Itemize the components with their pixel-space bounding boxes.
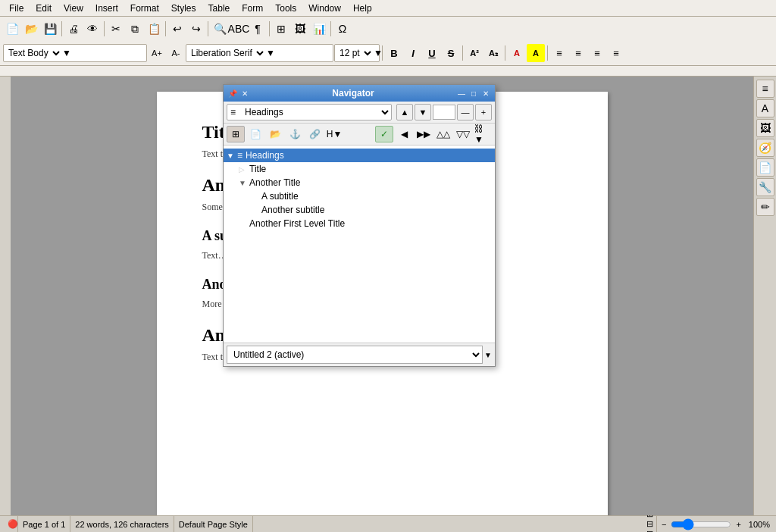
size-dropdown[interactable]: 12 pt ▼ xyxy=(334,44,380,62)
navigator-minimize-btn[interactable]: — xyxy=(455,87,468,99)
nav-icon-down2-btn[interactable]: ▽▽ xyxy=(454,126,472,142)
nav-tree-item-another-subtitle[interactable]: Another subtitle xyxy=(224,203,495,217)
nav-icon-link-btn[interactable]: 🔗 xyxy=(305,126,324,142)
nav-icon-header-btn[interactable]: H▼ xyxy=(325,126,343,142)
chart-button[interactable]: 📊 xyxy=(310,20,328,38)
nav-icon-up2-btn[interactable]: △△ xyxy=(434,126,452,142)
rp-gallery-btn[interactable]: 🖼 xyxy=(756,119,774,137)
nav-icon-anchor-btn[interactable]: ⚓ xyxy=(286,126,304,142)
sep6 xyxy=(330,21,331,36)
navigator-close-icon[interactable]: ✕ xyxy=(239,87,251,99)
menu-form[interactable]: Form xyxy=(236,2,269,15)
sep10 xyxy=(547,45,548,61)
pilcrow-button[interactable]: ¶ xyxy=(249,20,267,38)
find-button[interactable]: 🔍 xyxy=(211,20,229,38)
image-button[interactable]: 🖼 xyxy=(291,20,309,38)
status-zoom-out[interactable]: − xyxy=(660,520,668,529)
zoom-slider[interactable] xyxy=(671,518,731,530)
menu-file[interactable]: File xyxy=(3,2,30,15)
status-words: 22 words, 126 characters xyxy=(70,516,174,532)
nav-tree-item-another-title[interactable]: ▼ Another Title xyxy=(224,176,495,189)
navigator-category-select[interactable]: Headings xyxy=(239,106,391,118)
navigator-doc-select[interactable]: Untitled 2 (active) xyxy=(227,346,483,364)
nav-icon-prev-btn[interactable]: ◀ xyxy=(395,126,413,142)
rp-navigator-btn[interactable]: 🧭 xyxy=(756,139,774,157)
nav-icon-chain-btn[interactable]: ⛓▼ xyxy=(474,126,492,142)
nav-tree-item-title[interactable]: ▷ Title xyxy=(224,162,495,176)
italic-button[interactable]: I xyxy=(404,44,422,62)
nav-headings-icon: ≡ xyxy=(237,150,242,161)
sep8 xyxy=(462,45,463,61)
highlight-button[interactable]: A xyxy=(527,44,545,62)
menu-edit[interactable]: Edit xyxy=(30,2,58,15)
subscript-button[interactable]: A₂ xyxy=(484,44,502,62)
undo-button[interactable]: ↩ xyxy=(168,20,186,38)
cut-button[interactable]: ✂ xyxy=(107,20,125,38)
redo-button[interactable]: ↪ xyxy=(187,20,205,38)
menu-view[interactable]: View xyxy=(58,2,89,15)
size-select[interactable]: 12 pt xyxy=(335,45,374,61)
bold-button[interactable]: B xyxy=(385,44,403,62)
copy-button[interactable]: ⧉ xyxy=(126,20,144,38)
font-select[interactable]: Liberation Serif xyxy=(186,45,266,61)
navigator-maximize-btn[interactable]: □ xyxy=(468,87,480,99)
nav-tree-headings-root[interactable]: ▼ ≡ Headings xyxy=(224,149,495,162)
rp-page-btn[interactable]: 📄 xyxy=(756,158,774,177)
sep7 xyxy=(382,45,383,61)
rp-edit-btn[interactable]: ✏ xyxy=(756,198,774,216)
rp-manage-btn[interactable]: 🔧 xyxy=(756,178,774,196)
nav-tree-item-first-level[interactable]: Another First Level Title xyxy=(224,217,495,230)
strikethrough-button[interactable]: S xyxy=(442,44,460,62)
menu-insert[interactable]: Insert xyxy=(89,2,124,15)
style-select[interactable]: Text Body xyxy=(4,45,62,61)
font-color-button[interactable]: A xyxy=(508,44,526,62)
open-button[interactable]: 📂 xyxy=(22,20,40,38)
new-button[interactable]: 📄 xyxy=(3,20,21,38)
nav-up-btn[interactable]: ▲ xyxy=(396,104,413,120)
align-center-button[interactable]: ≡ xyxy=(569,44,587,62)
nav-counter-minus[interactable]: — xyxy=(457,104,474,120)
status-zoom-in[interactable]: + xyxy=(734,520,742,529)
nav-icon-check-btn[interactable]: ✓ xyxy=(375,126,393,142)
style-dropdown[interactable]: Text Body ▼ xyxy=(3,44,147,62)
style-btn-a2[interactable]: A- xyxy=(167,44,185,62)
sep5 xyxy=(269,21,270,36)
menu-table[interactable]: Table xyxy=(202,2,236,15)
nav-icon-new-btn[interactable]: 📄 xyxy=(246,126,264,142)
navigator-titlebar: 📌 ✕ Navigator — □ ✕ xyxy=(224,85,495,102)
align-right-button[interactable]: ≡ xyxy=(588,44,606,62)
menu-format[interactable]: Format xyxy=(124,2,165,15)
preview-button[interactable]: 👁 xyxy=(83,20,102,38)
style-btn-a1[interactable]: A+ xyxy=(148,44,166,62)
doc-area[interactable]: Title Text text text… Another Title Some… xyxy=(11,77,753,515)
superscript-button[interactable]: A² xyxy=(465,44,483,62)
align-justify-button[interactable]: ≡ xyxy=(607,44,625,62)
nav-icon-next-btn[interactable]: ▶▶ xyxy=(415,126,433,142)
nav-collapse-another-title[interactable]: ▼ xyxy=(239,179,249,187)
rp-styles-btn[interactable]: A xyxy=(756,99,774,117)
nav-counter-input[interactable]: 1 xyxy=(433,105,455,120)
abc-button[interactable]: ABC xyxy=(230,20,248,38)
special-char-button[interactable]: Ω xyxy=(333,20,352,38)
nav-tree-item-subtitle[interactable]: A subtitle xyxy=(224,189,495,203)
menu-tools[interactable]: Tools xyxy=(269,2,302,15)
navigator-category-dropdown[interactable]: ≡ Headings xyxy=(227,104,392,120)
nav-counter-plus[interactable]: + xyxy=(475,104,492,120)
nav-icon-toggle-btn[interactable]: ⊞ xyxy=(227,126,245,142)
navigator-pin-btn[interactable]: 📌 xyxy=(227,87,239,99)
nav-collapse-root[interactable]: ▼ xyxy=(227,152,237,160)
menu-help[interactable]: Help xyxy=(347,2,378,15)
print-button[interactable]: 🖨 xyxy=(64,20,83,38)
rp-properties-btn[interactable]: ≡ xyxy=(756,80,774,98)
paste-button[interactable]: 📋 xyxy=(145,20,163,38)
save-button[interactable]: 💾 xyxy=(41,20,59,38)
menu-styles[interactable]: Styles xyxy=(165,2,202,15)
nav-icon-open-btn[interactable]: 📂 xyxy=(266,126,284,142)
navigator-close-btn[interactable]: ✕ xyxy=(480,87,492,99)
nav-down-btn[interactable]: ▼ xyxy=(415,104,431,120)
underline-button[interactable]: U xyxy=(423,44,441,62)
align-left-button[interactable]: ≡ xyxy=(550,44,568,62)
table-button[interactable]: ⊞ xyxy=(272,20,290,38)
menu-window[interactable]: Window xyxy=(302,2,347,15)
font-dropdown[interactable]: Liberation Serif ▼ xyxy=(186,44,333,62)
